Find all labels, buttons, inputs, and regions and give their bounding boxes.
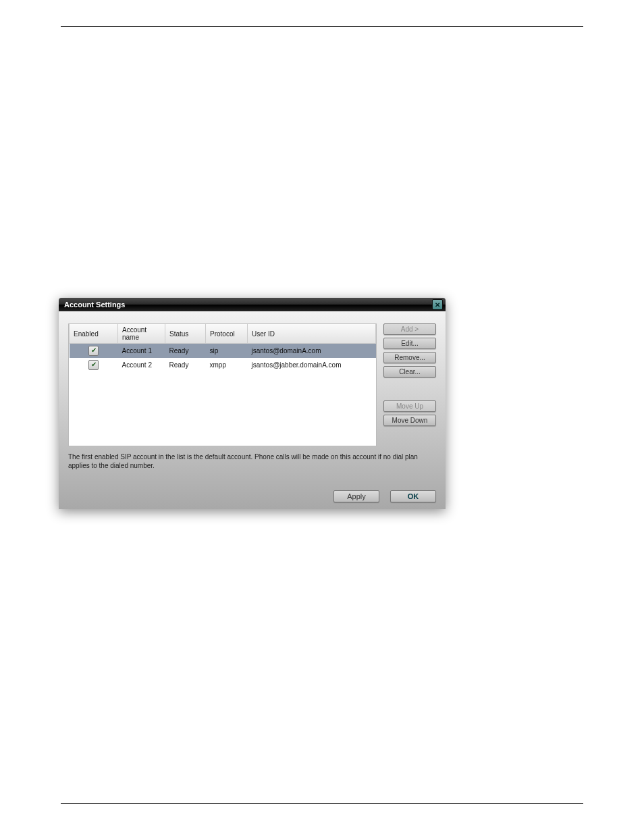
col-user-id[interactable]: User ID [248,324,376,344]
button-spacer [383,380,436,398]
account-settings-dialog: Account Settings ✕ [59,298,446,509]
move-up-button[interactable]: Move Up [383,400,436,412]
page: Account Settings ✕ [0,0,644,834]
add-button[interactable]: Add > [383,323,436,335]
col-protocol[interactable]: Protocol [206,324,248,344]
col-enabled[interactable]: Enabled [70,324,118,344]
cell-account-name: Account 1 [118,344,165,359]
dialog-body: Enabled Account name Status Protocol Use… [59,311,446,509]
dialog-titlebar[interactable]: Account Settings ✕ [59,298,446,311]
cell-account-name: Account 2 [118,358,165,372]
accounts-table-container: Enabled Account name Status Protocol Use… [68,323,377,446]
clear-button[interactable]: Clear... [383,366,436,377]
accounts-tbody: ✔Account 1Readysipjsantos@domainA.com✔Ac… [70,344,376,373]
col-account-name[interactable]: Account name [118,324,165,344]
apply-button[interactable]: Apply [333,490,379,502]
cell-user-id: jsantos@jabber.domainA.com [248,358,376,372]
table-row[interactable]: ✔Account 1Readysipjsantos@domainA.com [70,344,376,359]
default-account-hint: The first enabled SIP account in the lis… [68,452,436,470]
dialog-title: Account Settings [64,301,125,309]
remove-button[interactable]: Remove... [383,352,436,363]
enabled-checkbox[interactable]: ✔ [88,346,99,356]
cell-protocol: sip [206,344,248,359]
page-rule-bottom [61,803,583,804]
cell-enabled: ✔ [70,344,118,359]
edit-button[interactable]: Edit... [383,338,436,349]
table-header-row: Enabled Account name Status Protocol Use… [70,324,376,344]
cell-status: Ready [165,358,206,372]
table-row[interactable]: ✔Account 2Readyxmppjsantos@jabber.domain… [70,358,376,372]
cell-protocol: xmpp [206,358,248,372]
side-button-column: Add > Edit... Remove... Clear... Move Up… [383,323,436,426]
cell-status: Ready [165,344,206,359]
ok-button[interactable]: OK [390,490,436,502]
page-rule-top [61,26,583,27]
col-status[interactable]: Status [165,324,206,344]
move-down-button[interactable]: Move Down [383,415,436,426]
cell-user-id: jsantos@domainA.com [248,344,376,359]
close-icon: ✕ [435,301,440,309]
enabled-checkbox[interactable]: ✔ [88,360,99,370]
cell-enabled: ✔ [70,358,118,372]
accounts-table: Enabled Account name Status Protocol Use… [69,324,376,372]
close-button[interactable]: ✕ [432,299,443,310]
